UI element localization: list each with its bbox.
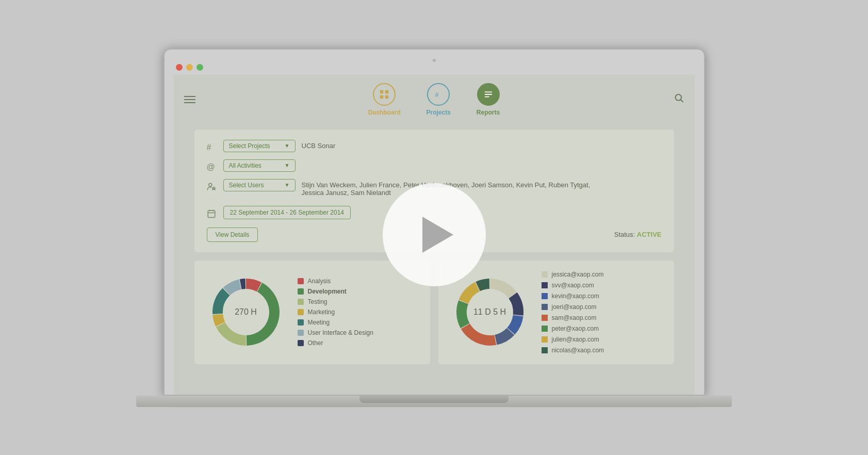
reports-icon (477, 83, 500, 106)
traffic-lights (174, 64, 695, 71)
user-email: kevin@xaop.com (552, 293, 599, 300)
svg-rect-6 (484, 94, 492, 95)
svg-rect-3 (385, 95, 388, 98)
user-dot (542, 336, 548, 343)
nav-projects[interactable]: # Projects (426, 83, 450, 116)
users-icon (207, 182, 217, 193)
dashboard-label: Dashboard (368, 109, 401, 116)
donut2-label: 11 D 5 H (473, 307, 506, 317)
user-dot (542, 347, 548, 353)
reports-label: Reports (477, 109, 500, 116)
date-range-button[interactable]: 22 September 2014 - 26 September 2014 (223, 206, 351, 219)
user-email: nicolas@xaop.com (552, 347, 604, 354)
activities-donut: 270 H (205, 271, 287, 353)
legend-dot (298, 340, 304, 346)
user-email: julien@xaop.com (552, 336, 599, 343)
user-email: sam@xaop.com (552, 314, 597, 321)
users-value: Stijn Van Weckem, Julien France, Peter V… (302, 179, 662, 199)
user-legend-item: sam@xaop.com (542, 314, 604, 321)
user-legend-item: nicolas@xaop.com (542, 347, 604, 354)
user-dot (542, 293, 548, 299)
laptop-screen-bezel: Dashboard # Projects (163, 48, 705, 396)
users-chart-card: 11 D 5 H jessica@xaop.com svv@xaop.com k… (438, 261, 674, 364)
user-legend-item: kevin@xaop.com (542, 293, 604, 300)
play-icon (422, 217, 453, 253)
laptop-stand (359, 396, 509, 403)
search-icon[interactable] (674, 93, 684, 106)
legend-item: Meeting (298, 319, 373, 326)
user-dot (542, 282, 548, 288)
legend-label: Marketing (308, 308, 335, 316)
activities-legend: Analysis Development Testing Marketing M… (298, 278, 373, 347)
projects-label: Projects (426, 109, 450, 116)
hamburger-menu-button[interactable] (184, 96, 195, 103)
svg-rect-7 (484, 96, 489, 97)
activities-icon: @ (207, 163, 217, 172)
user-legend-item: peter@xaop.com (542, 325, 604, 332)
user-email: jessica@xaop.com (552, 271, 604, 278)
screen-content: Dashboard # Projects (174, 75, 695, 395)
user-email: peter@xaop.com (552, 325, 599, 332)
legend-dot (298, 319, 304, 326)
legend-label: Analysis (308, 278, 331, 285)
svg-rect-2 (380, 95, 383, 98)
play-button[interactable] (383, 183, 486, 286)
user-email: joeri@xaop.com (552, 303, 597, 311)
minimize-button[interactable] (186, 64, 193, 71)
svg-point-10 (208, 183, 211, 186)
calendar-icon (207, 209, 217, 220)
svg-point-8 (675, 94, 681, 101)
all-activities-dropdown[interactable]: All Activities ▼ (223, 159, 296, 172)
users-donut: 11 D 5 H (449, 271, 531, 353)
select-projects-dropdown[interactable]: Select Projects ▼ (223, 140, 296, 152)
status-value: ACTIVE (637, 231, 662, 238)
nav-reports[interactable]: Reports (477, 83, 500, 116)
chevron-down-icon: ▼ (285, 163, 290, 168)
user-dot (542, 271, 548, 278)
svg-line-9 (680, 100, 683, 102)
donut1-label: 270 H (235, 307, 257, 317)
nav-items: Dashboard # Projects (368, 83, 500, 116)
select-users-dropdown[interactable]: Select Users ▼ (223, 179, 296, 191)
svg-rect-12 (208, 210, 215, 218)
chevron-down-icon: ▼ (285, 182, 290, 188)
chevron-down-icon: ▼ (285, 143, 290, 149)
legend-dot (298, 309, 304, 315)
maximize-button[interactable] (196, 64, 203, 71)
user-dot (542, 304, 548, 310)
legend-label: User Interface & Design (308, 329, 373, 336)
legend-label: Development (308, 288, 347, 295)
project-icon: # (207, 143, 217, 152)
users-legend: jessica@xaop.com svv@xaop.com kevin@xaop… (542, 271, 604, 354)
legend-label: Testing (308, 298, 327, 305)
laptop-base (136, 396, 732, 407)
user-legend-item: julien@xaop.com (542, 336, 604, 343)
legend-item: Development (298, 288, 373, 295)
svg-rect-0 (380, 90, 383, 93)
status-badge: Status: ACTIVE (614, 231, 662, 238)
nav-dashboard[interactable]: Dashboard (368, 83, 401, 116)
camera-dot (433, 59, 436, 62)
legend-item: Testing (298, 298, 373, 305)
svg-rect-1 (385, 90, 388, 93)
laptop-wrapper: Dashboard # Projects (163, 48, 705, 407)
user-email: svv@xaop.com (552, 282, 594, 289)
project-filter-row: # Select Projects ▼ UCB Sonar (207, 140, 662, 152)
user-dot (542, 326, 548, 332)
user-legend-item: joeri@xaop.com (542, 303, 604, 311)
legend-label: Meeting (308, 319, 330, 326)
user-legend-item: jessica@xaop.com (542, 271, 604, 278)
svg-rect-5 (484, 91, 492, 92)
legend-dot (298, 299, 304, 305)
view-details-button[interactable]: View Details (207, 228, 258, 242)
legend-item: Marketing (298, 308, 373, 316)
projects-icon: # (427, 83, 450, 106)
user-dot (542, 315, 548, 321)
legend-dot (298, 278, 304, 284)
close-button[interactable] (176, 64, 183, 71)
legend-item: Analysis (298, 278, 373, 285)
top-nav: Dashboard # Projects (174, 75, 695, 124)
user-legend-item: svv@xaop.com (542, 282, 604, 289)
legend-item: User Interface & Design (298, 329, 373, 336)
legend-label: Other (308, 339, 323, 347)
